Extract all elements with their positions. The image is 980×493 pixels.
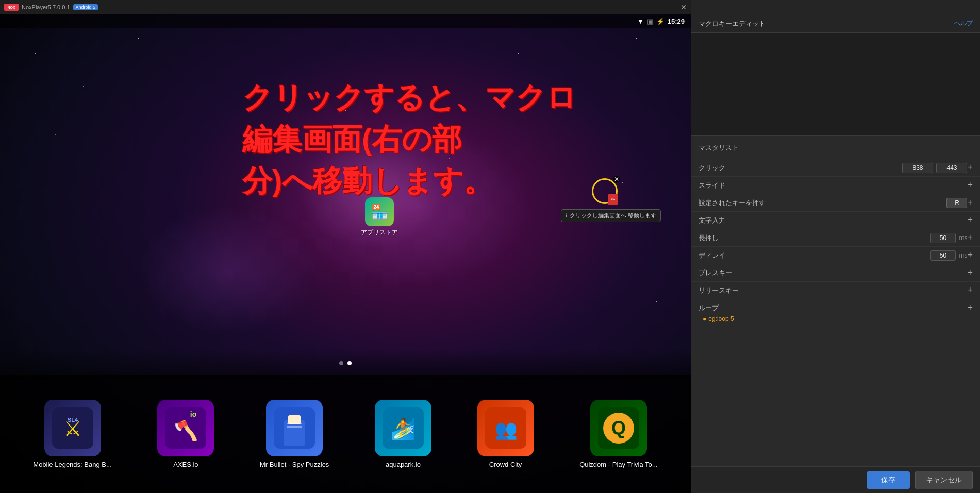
tooltip-text: クリックし編集画面へ 移動します [570, 212, 656, 219]
control-slide: スライド + [691, 177, 980, 194]
tooltip-bubble: ℹ クリックし編集画面へ 移動します [561, 209, 661, 222]
release-key-add-button[interactable]: + [967, 285, 973, 296]
loop-header: ループ + [699, 302, 973, 313]
app-icon-quizdom: Q [590, 400, 647, 456]
loop-dot-icon: ● [703, 315, 706, 322]
long-press-add-button[interactable]: + [967, 232, 973, 243]
click-y-input[interactable] [936, 163, 967, 173]
panel-bottom: 保存 キャンセル [691, 466, 980, 493]
android-badge: Android 5 [73, 4, 98, 10]
svg-text:🪓: 🪓 [174, 419, 198, 443]
key-badge-r: R [946, 198, 967, 208]
dot-1[interactable] [339, 361, 343, 365]
right-panel: マクロキーエディット ヘルプ マスタリスト クリック + スライド + [691, 14, 980, 493]
long-press-inputs: ms [930, 233, 967, 243]
loop-section: ループ + ● eg:loop 5 [691, 299, 980, 328]
dot-2[interactable] [347, 361, 352, 365]
page-dots [339, 361, 352, 365]
app-label-aquapark: aquapark.io [386, 461, 421, 468]
long-press-unit: ms [959, 234, 967, 242]
master-list-title: マスタリスト [691, 141, 980, 157]
close-button[interactable]: ✕ [680, 3, 687, 11]
key-press-add-button[interactable]: + [967, 197, 973, 208]
app-label-crowd-city: Crowd City [489, 461, 522, 468]
app-store-icon[interactable]: 🏪 アプリストア [361, 197, 398, 237]
close-icon[interactable]: ✕ [613, 176, 620, 183]
key-press-inputs: R [946, 198, 967, 208]
app-icon-mr-bullet [266, 400, 323, 456]
app-icon-crowd-city: 👥 [477, 400, 534, 456]
loop-badge: ● eg:loop 5 [699, 313, 973, 325]
controls-section: マスタリスト クリック + スライド + 設定されたキーを押す R [691, 136, 980, 466]
dock-app-quizdom[interactable]: Q Quizdom - Play Trivia To... [579, 400, 657, 468]
app-version: NoxPlayer5 7.0.0.1 [22, 4, 70, 10]
panel-title: マクロキーエディット [699, 19, 766, 28]
svg-text:SL4: SL4 [67, 417, 78, 423]
app-label-mobile-legends: Mobile Legends: Bang B... [33, 461, 112, 468]
control-click: クリック + [691, 159, 980, 177]
app-store-label: アプリストア [361, 228, 398, 237]
svg-text:io: io [190, 410, 196, 418]
svg-rect-9 [287, 423, 302, 424]
slide-add-button[interactable]: + [967, 180, 973, 191]
edit-icon[interactable]: ✏ [608, 194, 618, 205]
panel-header: マクロキーエディット ヘルプ [691, 14, 980, 33]
text-input-add-button[interactable]: + [967, 215, 973, 226]
app-icon-mobile-legends: ⚔ SL4 [44, 400, 101, 456]
cancel-button[interactable]: キャンセル [915, 471, 973, 489]
click-x-input[interactable] [902, 163, 933, 173]
dock-app-aquapark[interactable]: 🏄 aquapark.io [375, 400, 431, 468]
long-press-label: 長押し [699, 233, 930, 243]
emulator-area: ▼ ▣ ⚡ 15:29 クリックすると、マクロ 編集画面(右の部 分)へ移動しま… [0, 14, 691, 493]
release-key-label: リリースキー [699, 286, 967, 295]
delay-unit: ms [959, 252, 967, 259]
macro-text-editor[interactable] [691, 33, 980, 136]
delay-add-button[interactable]: + [967, 250, 973, 261]
dock-app-mobile-legends[interactable]: ⚔ SL4 Mobile Legends: Bang B... [33, 400, 112, 468]
click-marker[interactable]: ✕ ✏ ℹ クリックし編集画面へ 移動します [592, 178, 618, 204]
slide-label: スライド [699, 181, 967, 190]
dock-app-mr-bullet[interactable]: Mr Bullet - Spy Puzzles [260, 400, 329, 468]
signal-icon: ▣ [647, 18, 653, 25]
tooltip-icon: ℹ [566, 213, 568, 218]
delay-value-input[interactable] [930, 250, 956, 261]
save-button[interactable]: 保存 [867, 471, 910, 489]
delay-label: ディレイ [699, 251, 930, 260]
key-press-label: 設定されたキーを押す [699, 198, 946, 208]
press-key-add-button[interactable]: + [967, 267, 973, 278]
app-dock: ⚔ SL4 Mobile Legends: Bang B... 🪓 io AXE… [0, 375, 691, 493]
click-label: クリック [699, 163, 902, 173]
svg-rect-10 [287, 426, 302, 428]
marker-ring: ✕ ✏ [592, 178, 618, 204]
battery-icon: ⚡ [656, 18, 665, 25]
svg-text:Q: Q [611, 417, 626, 438]
control-release-key: リリースキー + [691, 282, 980, 299]
control-long-press: 長押し ms + [691, 229, 980, 247]
dock-app-axes[interactable]: 🪓 io AXES.io [157, 400, 214, 468]
loop-label: ループ [699, 303, 719, 313]
app-label-quizdom: Quizdom - Play Trivia To... [579, 461, 657, 468]
nox-logo: NOX [4, 4, 19, 11]
press-key-label: プレスキー [699, 268, 967, 278]
android-status-bar: ▼ ▣ ⚡ 15:29 [0, 14, 691, 28]
loop-badge-text: eg:loop 5 [708, 315, 734, 322]
control-key-press: 設定されたキーを押す R + [691, 194, 980, 212]
click-inputs [902, 163, 967, 173]
instruction-text: クリックすると、マクロ 編集画面(右の部 分)へ移動します。 [242, 76, 576, 202]
dock-app-crowd-city[interactable]: 👥 Crowd City [477, 400, 534, 468]
app-label-axes: AXES.io [173, 461, 198, 468]
control-text-input: 文字入力 + [691, 212, 980, 229]
wifi-icon: ▼ [637, 18, 644, 25]
svg-text:👥: 👥 [494, 418, 517, 440]
loop-add-button[interactable]: + [967, 302, 973, 313]
time-display: 15:29 [668, 18, 685, 25]
text-input-label: 文字入力 [699, 216, 967, 225]
control-press-key: プレスキー + [691, 264, 980, 282]
app-icon-axes: 🪓 io [157, 400, 214, 456]
click-add-button[interactable]: + [967, 162, 973, 173]
delay-inputs: ms [930, 250, 967, 261]
app-store-icon-image: 🏪 [365, 197, 394, 226]
help-link[interactable]: ヘルプ [954, 19, 973, 28]
long-press-value-input[interactable] [930, 233, 956, 243]
svg-text:🏄: 🏄 [390, 416, 416, 441]
